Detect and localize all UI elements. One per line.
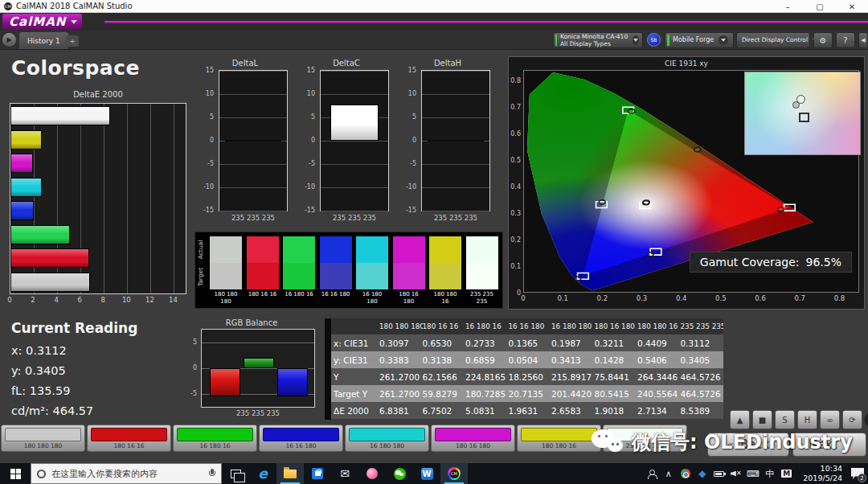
gridline	[150, 104, 151, 293]
x-axis-label: 235 235 235	[201, 409, 315, 417]
target-swatch	[283, 263, 315, 289]
x-axis-label: 235 235 235	[219, 214, 288, 222]
mail-button[interactable]: ✉	[331, 463, 358, 484]
start-button[interactable]	[0, 463, 31, 484]
stop-button[interactable]: ■	[752, 410, 772, 429]
edge-browser-button[interactable]: e	[249, 463, 276, 484]
deltae-bar-16-16-180	[10, 201, 34, 220]
store-button[interactable]	[304, 463, 331, 484]
add-tab-button[interactable]: +	[66, 35, 79, 47]
refresh-button[interactable]: ⟳	[842, 410, 862, 429]
deltae-bar-16-180-180	[10, 178, 42, 197]
table-cell: 59.8279	[423, 389, 466, 399]
swatch-pair-16-180-16: 16 180 16	[283, 236, 315, 298]
table-cell: 0.0504	[509, 355, 552, 365]
touch-keyboard-button[interactable]: ⌨	[744, 463, 761, 484]
pattern-label: 16 180 180	[346, 442, 428, 449]
pattern-button-180-180-180[interactable]: 180 180 180	[1, 425, 85, 452]
file-explorer-button[interactable]	[276, 463, 304, 484]
x-tick-label: 8	[101, 296, 105, 304]
pattern-button-180-16-180[interactable]: 180 16 180	[431, 425, 515, 452]
chart-title: RGB Balance	[183, 318, 320, 330]
table-row: ΔE 20006.83816.75025.08311.96312.65831.9…	[331, 402, 723, 419]
collapse-panel-button[interactable]: ◀	[858, 32, 868, 48]
pattern-button-16-180-16[interactable]: 16 180 16	[173, 425, 257, 452]
meter-dropdown[interactable]: Konica Minolta CA-410 All Display Types	[553, 32, 643, 48]
table-cell: 0.1428	[595, 355, 638, 365]
sb-badge[interactable]: SB	[647, 33, 661, 47]
source-status-indicator	[667, 35, 669, 46]
wps-icon: W	[421, 468, 433, 480]
target-swatch	[393, 263, 425, 289]
chrome-tray-button[interactable]	[677, 463, 694, 484]
calman-menu-button[interactable]: CalMAN	[2, 14, 82, 30]
app-header: CalMAN	[0, 13, 868, 31]
swatch-label: 180 180 16	[429, 291, 461, 306]
deltae-2000-chart: DeltaE 2000 02468101214	[6, 90, 190, 306]
tab-history-1[interactable]: History 1	[19, 32, 68, 49]
clock-time: 10:34	[803, 464, 842, 474]
play-button[interactable]: ▶	[2, 33, 16, 47]
table-cell: 0.5406	[637, 355, 681, 365]
photos-button[interactable]	[358, 463, 386, 484]
microphone-icon[interactable]	[208, 469, 215, 479]
settings-button[interactable]: ⚙	[813, 32, 833, 48]
taskbar-search-input[interactable]: 在这里输入你要搜索的内容	[31, 463, 222, 484]
table-cell: 261.2700	[379, 389, 423, 399]
white-point-inset	[744, 72, 861, 155]
ime-mode-badge[interactable]: M	[778, 463, 795, 484]
calman-taskbar-button[interactable]: CM	[440, 463, 468, 484]
measured-point-marker	[647, 252, 653, 256]
wps-button[interactable]: W	[413, 463, 440, 484]
scroll-up-button[interactable]: ▲	[730, 410, 750, 429]
maximize-button[interactable]: ▢	[804, 0, 836, 13]
measured-point-marker	[778, 207, 784, 211]
column-header: 180 16 16	[423, 322, 466, 330]
y-tick-label: -15	[196, 207, 214, 214]
source-dropdown[interactable]: Mobile Forge	[665, 32, 734, 48]
battery-indicator[interactable]	[710, 463, 727, 484]
y-tick-label: 0	[399, 137, 416, 144]
y-tick-label: -10	[399, 183, 416, 191]
x-tick-label: 0.8	[834, 294, 845, 302]
gamut-coverage-label: Gamut Coverage:	[700, 256, 800, 269]
minimize-button[interactable]: –	[772, 0, 804, 13]
chart-title: DeltaE 2000	[6, 90, 190, 101]
volume-muted-indicator[interactable]: ✕	[727, 463, 744, 484]
pattern-button-16-180-180[interactable]: 16 180 180	[345, 425, 429, 452]
history-button[interactable]: H	[797, 410, 817, 429]
measurement-table: 180 180 180180 16 1616 180 1616 16 18016…	[325, 318, 723, 421]
loop-button[interactable]: ∞	[820, 410, 840, 429]
table-row: y: CIE310.33830.31380.68590.05040.34130.…	[331, 351, 723, 368]
actual-swatch	[356, 236, 388, 263]
pattern-swatch	[349, 428, 425, 441]
gridline	[219, 187, 287, 188]
pattern-button-180-16-16[interactable]: 180 16 16	[87, 425, 171, 452]
pattern-button-180-180-16[interactable]: 180 180 16	[517, 425, 601, 452]
close-button[interactable]: ✕	[836, 0, 868, 13]
wechat-button[interactable]	[386, 463, 413, 484]
help-button[interactable]: ?	[836, 32, 855, 48]
rgb-bar-blue	[277, 368, 308, 396]
y-tick-label: 0	[297, 137, 315, 144]
gridline	[321, 164, 388, 165]
save-button[interactable]: S	[775, 410, 795, 429]
taskbar-clock[interactable]: 10:34 2019/5/24	[795, 464, 847, 483]
table-cell: 0.4409	[637, 338, 681, 348]
ime-indicator[interactable]: 中	[761, 463, 778, 484]
x-tick-label: 2	[31, 296, 35, 304]
display-control-dropdown[interactable]: Direct Display Control	[736, 32, 810, 48]
people-icon	[648, 470, 656, 478]
onedrive-tray-button[interactable]: ◆	[694, 463, 710, 484]
y-tick-label: 0.3	[510, 210, 521, 217]
pattern-button-16-16-180[interactable]: 16 16 180	[259, 425, 343, 452]
column-header: 16 180 16	[465, 322, 509, 330]
actual-swatch	[283, 236, 315, 263]
gridline	[219, 117, 287, 118]
edge-icon: e	[258, 466, 268, 482]
action-center-button[interactable]: 2	[847, 463, 868, 484]
table-cell: 62.1566	[423, 372, 466, 382]
show-hidden-icons-button[interactable]: ∧	[660, 463, 677, 484]
people-button[interactable]	[643, 463, 660, 484]
task-view-button[interactable]	[222, 463, 249, 484]
